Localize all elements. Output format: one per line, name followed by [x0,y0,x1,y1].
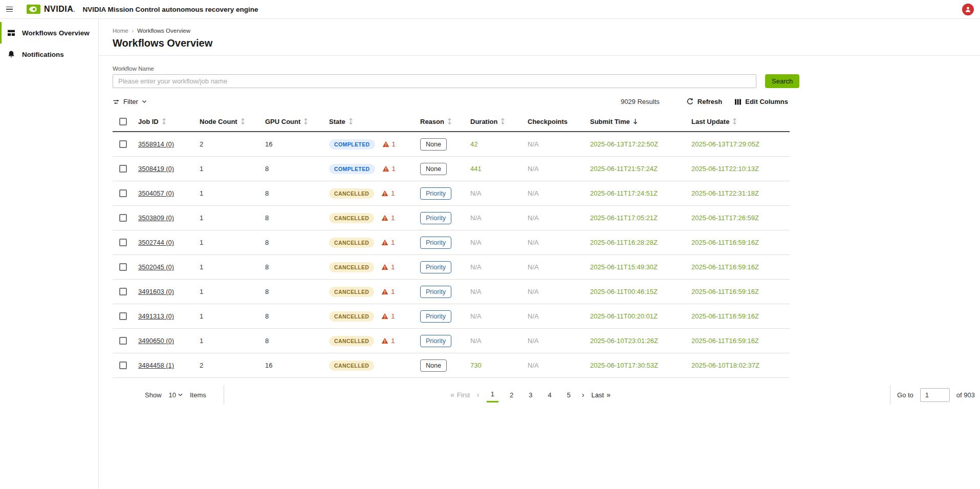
job-id-link[interactable]: 3504057 (0) [138,189,174,197]
table-row: 3502744 (0)18CANCELLED1PriorityN/AN/A202… [113,230,790,255]
page-size-dropdown[interactable]: 10 [169,391,183,399]
warning-indicator: 1 [381,312,395,320]
goto-page-input[interactable] [920,388,950,402]
nvidia-logo[interactable]: NVIDIA [27,5,75,14]
row-checkbox[interactable] [119,165,127,173]
first-page-button[interactable]: «First [450,391,470,399]
node-count-cell: 1 [200,337,265,345]
duration-cell: N/A [470,239,528,246]
job-id-link[interactable]: 3508419 (0) [138,165,174,173]
row-checkbox[interactable] [119,189,127,197]
row-checkbox[interactable] [119,362,127,369]
refresh-icon [686,98,694,105]
warning-triangle-icon [382,165,389,172]
row-checkbox[interactable] [119,214,127,222]
pager: «First ‹ 1 2 3 4 5 › Last» [450,384,611,406]
gpu-count-cell: 16 [265,362,329,369]
page-number-1[interactable]: 1 [487,387,498,402]
row-checkbox[interactable] [119,239,127,246]
reason-chip[interactable]: Priority [420,286,451,298]
reason-chip[interactable]: Priority [420,261,451,273]
workflow-name-input[interactable] [113,74,756,88]
node-count-cell: 1 [200,165,265,173]
reason-chip[interactable]: Priority [420,212,451,224]
state-badge: COMPLETED [329,139,375,150]
page-number-2[interactable]: 2 [506,388,517,402]
duration-cell: N/A [470,263,528,271]
warning-triangle-icon [381,190,388,197]
user-avatar[interactable] [962,4,974,15]
job-id-link[interactable]: 3491603 (0) [138,288,174,295]
reason-chip[interactable]: None [420,138,447,151]
select-all-checkbox[interactable] [119,118,127,125]
reason-chip[interactable]: Priority [420,310,451,323]
sidebar-item-notifications[interactable]: Notifications [0,44,98,65]
next-page-button[interactable]: › [582,391,584,399]
refresh-button[interactable]: Refresh [686,98,722,105]
menu-icon[interactable] [6,3,19,15]
state-badge: CANCELLED [329,360,374,371]
job-id-link[interactable]: 3502744 (0) [138,239,174,246]
page-number-4[interactable]: 4 [543,388,555,402]
edit-columns-label: Edit Columns [745,98,788,105]
filter-button[interactable]: Filter [113,98,147,105]
state-badge: CANCELLED [329,188,374,199]
node-count-cell: 1 [200,263,265,271]
table-row: 3558914 (0)216COMPLETED1None42N/A2025-06… [113,132,790,157]
row-checkbox[interactable] [119,288,127,295]
breadcrumb-home-link[interactable]: Home [113,28,128,34]
state-badge: CANCELLED [329,213,374,223]
filter-icon [113,98,120,105]
job-id-link[interactable]: 3490650 (0) [138,337,174,345]
column-header-submit-time[interactable]: Submit Time [590,118,691,125]
submit-time-cell: 2025-06-11T21:57:24Z [590,165,691,173]
submit-time-cell: 2025-06-11T00:20:01Z [590,312,691,320]
row-checkbox[interactable] [119,312,127,320]
page-number-5[interactable]: 5 [563,388,575,402]
gpu-count-cell: 8 [265,263,329,271]
row-checkbox[interactable] [119,337,127,345]
column-header-gpu-count[interactable]: GPU Count [265,118,329,125]
state-badge: COMPLETED [329,164,375,174]
warning-count: 1 [391,312,395,320]
chevron-down-icon [178,393,183,396]
pagination-bar: Show 10 Items «First ‹ 1 2 3 4 5 › Last» [113,384,975,406]
job-id-link[interactable]: 3558914 (0) [138,140,174,148]
warning-count: 1 [391,239,395,246]
sidebar: Workflows Overview Notifications [0,19,99,489]
submit-time-cell: 2025-06-11T16:28:28Z [590,239,691,246]
reason-chip[interactable]: Priority [420,237,451,249]
submit-time-cell: 2025-06-11T15:49:30Z [590,263,691,271]
job-id-link[interactable]: 3491313 (0) [138,312,174,320]
state-badge: CANCELLED [329,238,374,248]
column-header-node-count[interactable]: Node Count [200,118,265,125]
table-row: 3484458 (1)216CANCELLEDNone730N/A2025-06… [113,353,790,378]
table-row: 3502045 (0)18CANCELLED1PriorityN/AN/A202… [113,255,790,280]
state-badge: CANCELLED [329,287,374,297]
column-header-reason[interactable]: Reason [420,118,470,125]
job-id-link[interactable]: 3484458 (1) [138,362,174,369]
page-number-3[interactable]: 3 [525,388,536,402]
reason-chip[interactable]: Priority [420,335,451,347]
job-id-link[interactable]: 3503809 (0) [138,214,174,222]
previous-page-button[interactable]: ‹ [477,391,480,399]
reason-chip[interactable]: None [420,359,447,372]
checkpoints-cell: N/A [528,189,590,197]
sidebar-item-workflows-overview[interactable]: Workflows Overview [0,22,98,44]
reason-chip[interactable]: None [420,163,447,175]
job-id-link[interactable]: 3502045 (0) [138,263,174,271]
column-header-job-id[interactable]: Job ID [138,118,200,125]
column-header-checkpoints: Checkpoints [528,118,590,125]
column-header-duration[interactable]: Duration [470,118,528,125]
last-page-button[interactable]: Last» [592,391,611,399]
row-checkbox[interactable] [119,140,127,148]
search-button[interactable]: Search [765,74,799,88]
edit-columns-button[interactable]: Edit Columns [734,98,788,105]
warning-triangle-icon [381,264,388,270]
last-update-cell: 2025-06-11T22:31:18Z [691,189,790,197]
node-count-cell: 1 [200,189,265,197]
reason-chip[interactable]: Priority [420,187,451,200]
column-header-state[interactable]: State [329,118,420,125]
column-header-last-update[interactable]: Last Update [691,118,790,125]
row-checkbox[interactable] [119,263,127,271]
